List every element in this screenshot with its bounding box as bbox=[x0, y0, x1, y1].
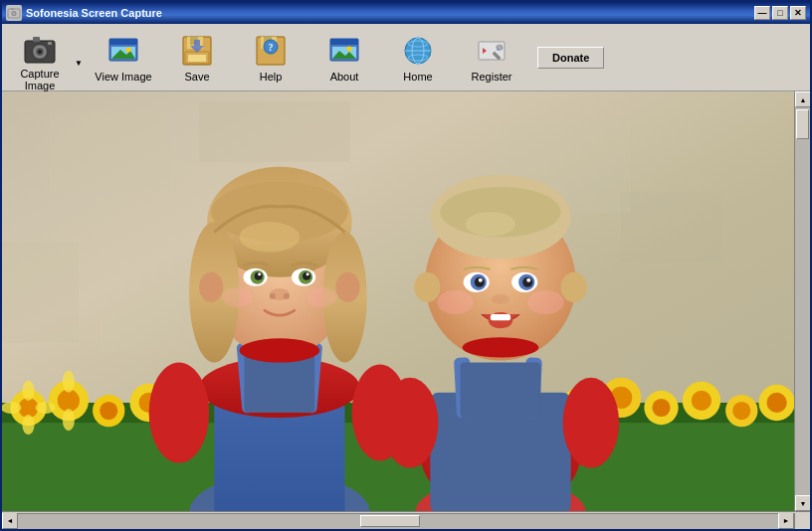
svg-point-96 bbox=[270, 293, 276, 299]
scroll-track-vertical[interactable] bbox=[795, 107, 810, 495]
svg-rect-37 bbox=[479, 42, 505, 60]
svg-rect-8 bbox=[33, 37, 40, 42]
register-label: Register bbox=[472, 71, 512, 83]
close-button[interactable]: ✕ bbox=[790, 6, 806, 20]
svg-point-133 bbox=[382, 378, 439, 468]
svg-point-121 bbox=[437, 290, 473, 314]
dropdown-arrow-icon: ▼ bbox=[75, 59, 83, 68]
up-arrow-icon: ▲ bbox=[800, 96, 807, 103]
svg-point-99 bbox=[306, 287, 336, 307]
svg-point-2 bbox=[13, 12, 16, 15]
svg-point-93 bbox=[258, 272, 261, 275]
svg-point-123 bbox=[199, 272, 223, 302]
svg-point-52 bbox=[100, 402, 117, 420]
home-button[interactable]: Home bbox=[382, 29, 454, 87]
svg-rect-3 bbox=[11, 8, 14, 10]
bottom-bar: ◄ ► bbox=[2, 511, 810, 529]
home-label: Home bbox=[403, 71, 432, 83]
down-arrow-icon: ▼ bbox=[800, 500, 807, 507]
vertical-scrollbar: ▲ ▼ bbox=[794, 91, 810, 511]
svg-point-71 bbox=[2, 402, 21, 414]
view-image-button[interactable]: View Image bbox=[88, 29, 159, 87]
svg-rect-43 bbox=[2, 242, 79, 342]
right-arrow-icon: ► bbox=[783, 517, 790, 524]
svg-text:?: ? bbox=[269, 42, 274, 53]
svg-rect-20 bbox=[188, 55, 206, 62]
capture-image-group: Capture Image ▼ bbox=[8, 29, 86, 87]
save-button[interactable]: Save bbox=[161, 29, 233, 87]
svg-point-116 bbox=[479, 278, 483, 282]
svg-rect-105 bbox=[461, 363, 541, 419]
main-window: Sofonesia Screen Capture — □ ✕ bbox=[0, 0, 812, 531]
svg-rect-39 bbox=[49, 111, 169, 192]
scrollbar-corner bbox=[794, 513, 810, 529]
about-button[interactable]: About bbox=[308, 29, 380, 87]
svg-point-94 bbox=[306, 272, 309, 275]
content-area: ▲ ▼ bbox=[2, 91, 810, 511]
svg-rect-120 bbox=[491, 314, 510, 320]
scroll-track-horizontal[interactable] bbox=[18, 513, 778, 529]
image-container bbox=[2, 91, 794, 511]
svg-point-72 bbox=[36, 402, 56, 414]
svg-point-69 bbox=[22, 381, 34, 401]
svg-point-126 bbox=[561, 272, 587, 302]
svg-point-73 bbox=[63, 371, 75, 393]
view-image-label: View Image bbox=[95, 71, 151, 83]
svg-rect-9 bbox=[48, 42, 52, 45]
help-icon: ? bbox=[253, 33, 289, 69]
titlebar-app-icon bbox=[6, 5, 22, 21]
svg-rect-42 bbox=[621, 192, 721, 263]
camera-icon bbox=[22, 32, 58, 66]
titlebar: Sofonesia Screen Capture — □ ✕ bbox=[2, 2, 810, 24]
svg-point-62 bbox=[652, 399, 670, 417]
svg-point-15 bbox=[126, 47, 131, 52]
view-image-icon bbox=[105, 33, 141, 69]
titlebar-left: Sofonesia Screen Capture bbox=[6, 5, 162, 21]
scroll-thumb-horizontal[interactable] bbox=[360, 515, 420, 527]
save-icon bbox=[179, 33, 215, 69]
svg-point-128 bbox=[466, 212, 515, 236]
scroll-left-button[interactable]: ◄ bbox=[2, 513, 18, 529]
scroll-down-button[interactable]: ▼ bbox=[795, 495, 810, 511]
svg-point-50 bbox=[58, 390, 80, 412]
about-icon bbox=[326, 33, 362, 69]
maximize-button[interactable]: □ bbox=[772, 6, 788, 20]
svg-point-129 bbox=[239, 338, 319, 362]
svg-point-68 bbox=[767, 393, 787, 413]
svg-point-66 bbox=[732, 402, 750, 420]
donate-button[interactable]: Donate bbox=[537, 47, 604, 69]
help-button[interactable]: ? Help bbox=[235, 29, 306, 87]
svg-point-130 bbox=[463, 337, 539, 357]
svg-point-118 bbox=[492, 294, 509, 304]
scroll-thumb-vertical[interactable] bbox=[796, 109, 809, 139]
svg-point-74 bbox=[63, 409, 75, 431]
svg-point-117 bbox=[526, 278, 530, 282]
register-icon bbox=[474, 33, 509, 69]
scroll-right-button[interactable]: ► bbox=[778, 513, 794, 529]
toolbar: Capture Image ▼ View Image bbox=[2, 24, 810, 91]
about-label: About bbox=[330, 71, 359, 83]
svg-point-70 bbox=[22, 415, 34, 435]
svg-rect-12 bbox=[109, 39, 137, 45]
home-icon bbox=[400, 33, 436, 69]
titlebar-controls: — □ ✕ bbox=[754, 6, 806, 20]
capture-image-label: Capture Image bbox=[11, 68, 69, 91]
svg-point-10 bbox=[38, 50, 42, 54]
register-button[interactable]: Register bbox=[456, 29, 527, 87]
minimize-button[interactable]: — bbox=[754, 6, 770, 20]
svg-rect-40 bbox=[199, 101, 349, 162]
svg-point-124 bbox=[335, 272, 359, 302]
svg-point-31 bbox=[347, 46, 352, 51]
main-image bbox=[2, 91, 794, 511]
capture-image-button[interactable]: Capture Image bbox=[8, 29, 72, 87]
titlebar-title: Sofonesia Screen Capture bbox=[26, 7, 162, 19]
svg-point-122 bbox=[527, 290, 563, 314]
svg-point-64 bbox=[692, 391, 711, 411]
help-label: Help bbox=[260, 71, 283, 83]
svg-point-131 bbox=[149, 363, 210, 463]
svg-point-134 bbox=[563, 378, 620, 468]
save-label: Save bbox=[184, 71, 209, 83]
capture-image-dropdown[interactable]: ▼ bbox=[72, 29, 86, 87]
svg-point-97 bbox=[284, 293, 290, 299]
scroll-up-button[interactable]: ▲ bbox=[795, 91, 810, 107]
